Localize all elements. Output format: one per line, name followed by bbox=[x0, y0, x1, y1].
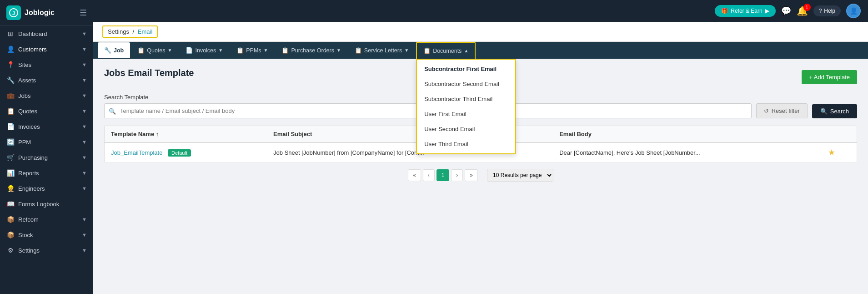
sidebar-item-jobs[interactable]: 💼 Jobs ▼ bbox=[0, 88, 93, 103]
sidebar-item-ppm[interactable]: 🔄 PPM ▼ bbox=[0, 134, 93, 150]
col-actions bbox=[822, 126, 857, 143]
quotes-arrow-icon: ▼ bbox=[168, 48, 172, 53]
sidebar-item-refcom[interactable]: 📦 Refcom ▼ bbox=[0, 212, 93, 227]
sidebar-label-reports: Reports bbox=[18, 170, 78, 177]
chat-button[interactable]: 💬 bbox=[781, 6, 791, 16]
sidebar-item-invoices[interactable]: 📄 Invoices ▼ bbox=[0, 119, 93, 134]
documents-tab-label: Documents bbox=[433, 48, 462, 54]
quotes-icon: 📋 bbox=[6, 107, 15, 115]
sidebar-item-settings[interactable]: ⚙ Settings ▼ bbox=[0, 243, 93, 258]
purchasing-icon: 🛒 bbox=[6, 154, 15, 161]
tab-quotes[interactable]: 📋 Quotes ▼ bbox=[131, 42, 178, 58]
sites-icon: 📍 bbox=[6, 61, 15, 68]
logo-icon: J bbox=[6, 5, 21, 20]
last-page-button[interactable]: » bbox=[465, 169, 478, 181]
sidebar-item-customers[interactable]: 👤 Customers ▼ bbox=[0, 41, 93, 57]
tab-purchase-orders[interactable]: 📋 Purchase Orders ▼ bbox=[275, 42, 347, 58]
content-area: Settings / Email 🔧 Job 📋 Quotes ▼ 📄 Invo… bbox=[93, 22, 868, 294]
first-page-button[interactable]: « bbox=[408, 169, 421, 181]
sidebar-item-purchasing[interactable]: 🛒 Purchasing ▼ bbox=[0, 150, 93, 165]
main-content: 🎁 Refer & Earn ▶ 💬 🔔 1 ? Help 👤 Settings… bbox=[93, 0, 868, 294]
dashboard-icon: ⊞ bbox=[6, 30, 15, 37]
sidebar-item-dashboard[interactable]: ⊞ Dashboard ▼ bbox=[0, 26, 93, 41]
ppms-tab-label: PPMs bbox=[246, 47, 261, 54]
add-template-button[interactable]: + Add Template bbox=[802, 70, 857, 84]
sidebar-label-invoices: Invoices bbox=[18, 123, 78, 130]
pagination: « ‹ 1 › » 10 Results per page 25 Results… bbox=[104, 162, 857, 188]
sidebar-item-reports[interactable]: 📊 Reports ▼ bbox=[0, 165, 93, 181]
invoices-tab-label: Invoices bbox=[195, 47, 216, 54]
dropdown-item-sub_second[interactable]: Subcontractor Second Email bbox=[417, 76, 515, 91]
default-badge: Default bbox=[168, 149, 191, 157]
sort-icon[interactable]: ↑ bbox=[156, 131, 159, 137]
settings-icon: ⚙ bbox=[6, 247, 15, 254]
tab-service-letters[interactable]: 📋 Service Letters ▼ bbox=[348, 42, 415, 58]
reports-icon: 📊 bbox=[6, 169, 15, 177]
breadcrumb-current[interactable]: Email bbox=[138, 28, 153, 35]
topbar: 🎁 Refer & Earn ▶ 💬 🔔 1 ? Help 👤 bbox=[93, 0, 868, 22]
question-icon: ? bbox=[819, 8, 822, 14]
sidebar-label-quotes: Quotes bbox=[18, 108, 78, 115]
arrow-ppm-icon: ▼ bbox=[82, 139, 87, 145]
dropdown-item-user_third[interactable]: User Third Email bbox=[417, 137, 515, 152]
sidebar-label-assets: Assets bbox=[18, 77, 78, 84]
notification-badge: 1 bbox=[803, 4, 811, 11]
user-avatar[interactable]: 👤 bbox=[846, 4, 861, 18]
arrow-engineers-icon: ▼ bbox=[82, 186, 87, 191]
documents-dropdown-container: 📋 Documents ▲ Subcontractor First EmailS… bbox=[416, 42, 476, 59]
help-button[interactable]: ? Help bbox=[813, 5, 841, 16]
per-page-dropdown[interactable]: 10 Results per page 25 Results per page … bbox=[487, 169, 553, 182]
reset-icon: ↺ bbox=[764, 107, 769, 114]
ppms-tab-icon: 📋 bbox=[236, 47, 244, 54]
invoices-icon: 📄 bbox=[6, 123, 15, 130]
dropdown-item-user_second[interactable]: User Second Email bbox=[417, 122, 515, 137]
documents-arrow-icon: ▲ bbox=[464, 48, 468, 53]
sidebar-item-stock[interactable]: 📦 Stock ▼ bbox=[0, 227, 93, 243]
sidebar-item-forms_logbook[interactable]: 📖 Forms Logbook bbox=[0, 196, 93, 212]
gift-icon: 🎁 bbox=[721, 8, 728, 14]
dropdown-item-sub_first[interactable]: Subcontractor First Email bbox=[417, 61, 515, 76]
arrow-assets-icon: ▼ bbox=[82, 77, 87, 83]
dropdown-item-user_first[interactable]: User First Email bbox=[417, 106, 515, 122]
dropdown-item-sub_third[interactable]: Subcontractor Third Email bbox=[417, 91, 515, 106]
arrow-purchasing-icon: ▼ bbox=[82, 155, 87, 160]
quotes-tab-icon: 📋 bbox=[137, 47, 145, 54]
sidebar-item-engineers[interactable]: 👷 Engineers ▼ bbox=[0, 181, 93, 196]
job-tab-label: Job bbox=[114, 47, 124, 54]
hamburger-icon[interactable]: ☰ bbox=[80, 8, 87, 18]
notifications-button[interactable]: 🔔 1 bbox=[797, 5, 808, 16]
tab-ppms[interactable]: 📋 PPMs ▼ bbox=[230, 42, 274, 58]
sidebar-item-quotes[interactable]: 📋 Quotes ▼ bbox=[0, 103, 93, 119]
sidebar-item-assets[interactable]: 🔧 Assets ▼ bbox=[0, 72, 93, 88]
stock-icon: 📦 bbox=[6, 231, 15, 238]
per-page-select: 10 Results per page 25 Results per page … bbox=[487, 169, 553, 182]
current-page-button[interactable]: 1 bbox=[437, 169, 450, 181]
arrow-reports-icon: ▼ bbox=[82, 170, 87, 176]
sidebar-label-refcom: Refcom bbox=[18, 216, 78, 223]
arrow-refcom-icon: ▼ bbox=[82, 217, 87, 222]
refer-earn-button[interactable]: 🎁 Refer & Earn ▶ bbox=[715, 5, 775, 17]
tab-job[interactable]: 🔧 Job bbox=[98, 42, 130, 58]
sidebar-label-ppm: PPM bbox=[18, 139, 78, 146]
svg-text:J: J bbox=[12, 10, 15, 16]
sidebar-item-sites[interactable]: 📍 Sites ▼ bbox=[0, 57, 93, 72]
search-btn-icon: 🔍 bbox=[820, 108, 828, 115]
col-email-body: Email Body bbox=[553, 126, 821, 143]
assets-icon: 🔧 bbox=[6, 76, 15, 84]
breadcrumb-settings[interactable]: Settings bbox=[108, 28, 129, 35]
tab-invoices[interactable]: 📄 Invoices ▼ bbox=[179, 42, 229, 58]
search-button[interactable]: 🔍 Search bbox=[812, 104, 857, 118]
tab-documents[interactable]: 📋 Documents ▲ bbox=[416, 42, 476, 59]
reset-filter-button[interactable]: ↺ Reset filter bbox=[756, 103, 808, 118]
nav-tabs: 🔧 Job 📋 Quotes ▼ 📄 Invoices ▼ 📋 PPMs ▼ 📋… bbox=[93, 42, 868, 59]
prev-page-button[interactable]: ‹ bbox=[423, 169, 435, 181]
ppms-arrow-icon: ▼ bbox=[264, 48, 268, 53]
refcom-icon: 📦 bbox=[6, 216, 15, 223]
invoices-tab-icon: 📄 bbox=[186, 47, 193, 54]
documents-tab-icon: 📋 bbox=[423, 47, 431, 54]
star-icon[interactable]: ★ bbox=[828, 148, 835, 157]
template-name-link[interactable]: Job_EmailTemplate bbox=[111, 149, 162, 156]
engineers-icon: 👷 bbox=[6, 185, 15, 192]
next-page-button[interactable]: › bbox=[451, 169, 463, 181]
arrow-quotes-icon: ▼ bbox=[82, 108, 87, 114]
